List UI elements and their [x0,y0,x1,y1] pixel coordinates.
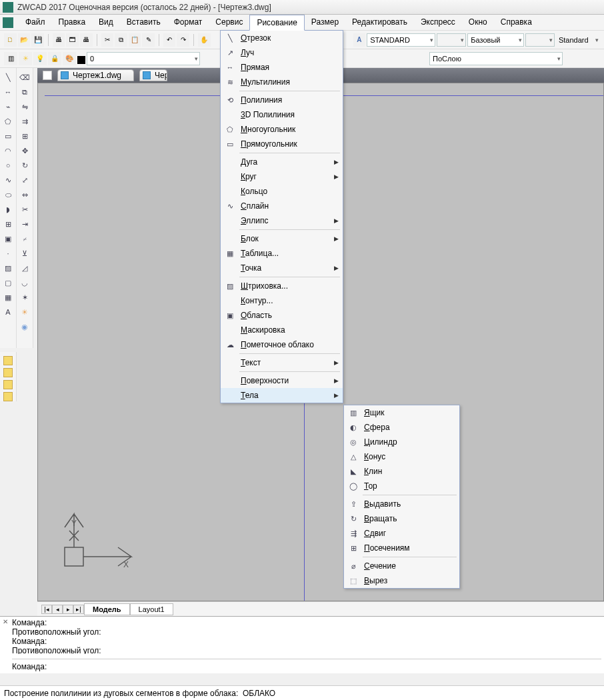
menu-экспресс[interactable]: Экспресс [414,15,462,31]
menu-item-вырез[interactable]: ⬚Вырез [344,573,459,588]
tab-nav-first[interactable]: |◂ [41,605,52,614]
tab-nav-prev[interactable]: ◂ [52,605,63,614]
layer-lock-icon[interactable]: 🔒 [48,52,61,65]
chamfer-icon[interactable]: ◿ [18,261,31,275]
block-icon[interactable]: ▣ [1,232,15,245]
menu-item-прямая[interactable]: ↔Прямая [221,60,343,75]
mirror-icon[interactable]: ⇋ [18,100,31,113]
scale-icon[interactable]: ⤢ [18,173,31,187]
tab-nav-next[interactable]: ▸ [63,605,73,614]
plot-publish-button[interactable]: 🖶 [80,33,93,47]
doc-tab-2[interactable]: Черт [139,69,167,81]
doc-tab-1[interactable]: Чертеж1.dwg [57,69,134,81]
tab-nav-last[interactable]: ▸| [73,605,84,614]
menu-вставить[interactable]: Вставить [120,15,167,31]
sun-icon[interactable]: ☀ [18,305,31,319]
point-icon[interactable]: · [1,247,15,260]
spline-icon[interactable]: ∿ [1,173,15,187]
pan-button[interactable]: ✋ [198,33,211,47]
menu-item-отрезок[interactable]: ╲Отрезок [221,31,343,45]
menu-item-текст[interactable]: Текст▶ [221,355,343,370]
menu-вид[interactable]: Вид [92,15,120,31]
layerstate-3-icon[interactable] [3,380,13,389]
menu-рисование[interactable]: Рисование [249,15,304,31]
menu-item-круг[interactable]: Круг▶ [221,169,343,184]
menu-item-посечениям[interactable]: ⊞Посечениям [344,541,459,555]
menu-сервис[interactable]: Сервис [209,15,249,31]
layer-mgr-button[interactable]: ▥ [4,52,17,65]
ellipse-arc-icon[interactable]: ◗ [1,203,15,216]
render-icon[interactable]: ◉ [18,320,31,333]
menu-item-вращать[interactable]: ↻Вращать [344,511,459,526]
menu-item-клин[interactable]: ◣Клин [344,464,459,479]
hatch-icon[interactable]: ▨ [1,261,15,275]
menu-item-сечение[interactable]: ⌀Сечение [344,559,459,573]
layer-color-swatch[interactable] [77,56,85,64]
explode-icon[interactable]: ✶ [18,291,31,304]
menu-item-сфера[interactable]: ◐Сфера [344,420,459,435]
menu-item-эллипс[interactable]: Эллипс▶ [221,213,343,228]
menu-item-луч[interactable]: ↗Луч [221,45,343,60]
menu-правка[interactable]: Правка [52,15,93,31]
mtext-icon[interactable]: A [1,305,15,319]
menu-справка[interactable]: Справка [494,15,539,31]
stretch-icon[interactable]: ⇔ [18,188,31,201]
table-icon[interactable]: ▦ [1,291,15,304]
rect-icon[interactable]: ▭ [1,129,15,143]
polygon-icon[interactable]: ⬠ [1,115,15,128]
menu-item-сдвиг[interactable]: ⇶Сдвиг [344,526,459,541]
line-icon[interactable]: ╲ [1,71,15,84]
save-button[interactable]: 💾 [31,33,44,47]
menu-item-ящик[interactable]: ▥Ящик [344,405,459,420]
menu-формат[interactable]: Формат [167,15,209,31]
menu-item-поверхности[interactable]: Поверхности▶ [221,373,343,388]
close-icon[interactable]: ✕ [3,618,8,625]
menu-item-блок[interactable]: Блок▶ [221,231,343,246]
join-icon[interactable]: ⊻ [18,247,31,260]
bylayer-color-dropdown[interactable]: ПоСлою [429,52,563,65]
layer-dropdown[interactable]: 0 [87,52,200,65]
menu-item-пометочное облако[interactable]: ☁Пометочное облако [221,337,343,352]
menu-item-штриховка[interactable]: ▨Штриховка... [221,279,343,293]
menu-файл[interactable]: Файл [19,15,52,31]
tab-model[interactable]: Модель [84,603,130,615]
menu-item-дуга[interactable]: Дуга▶ [221,155,343,169]
match-prop-button[interactable]: ✎ [142,33,155,47]
dim-style-dropdown[interactable]: Базовый [467,33,524,47]
layer-freeze-icon[interactable]: ☀ [19,52,32,65]
circle-icon[interactable]: ○ [1,159,15,172]
layerstate-4-icon[interactable] [3,392,13,401]
array-icon[interactable]: ⊞ [18,129,31,143]
menu-item-область[interactable]: ▣Область [221,308,343,323]
menu-item-маскировка[interactable]: Маскировка [221,323,343,337]
menu-размер[interactable]: Размер [305,15,345,31]
layer-on-icon[interactable]: 💡 [33,52,47,65]
extend-icon[interactable]: ⇥ [18,217,31,231]
new-button[interactable]: 🗋 [4,33,17,47]
menu-item-выдавить[interactable]: ⇪Выдавить [344,497,459,511]
menu-item-полилиния[interactable]: ⟲Полилиния [221,93,343,107]
table-style-slot-dropdown[interactable] [525,33,555,47]
rotate-icon[interactable]: ↻ [18,159,31,172]
command-prompt[interactable]: Команда: [12,659,601,671]
textstyle-icon[interactable]: A [353,33,366,47]
menu-item-тела[interactable]: Тела▶ [221,388,343,403]
dim-style-slot-dropdown[interactable] [437,33,466,47]
print-button[interactable]: 🖶 [53,33,65,47]
arc-icon[interactable]: ◠ [1,144,15,157]
text-style-dropdown[interactable]: STANDARD [367,33,435,47]
undo-button[interactable]: ↶ [163,33,176,47]
open-button[interactable]: 📂 [18,33,31,47]
menu-редактировать[interactable]: Редактировать [345,15,414,31]
offset-icon[interactable]: ⇉ [18,115,31,128]
menu-item-точка[interactable]: Точка▶ [221,261,343,275]
menu-item-3d полилиния[interactable]: 3D Полилиния [221,107,343,122]
tab-layout1[interactable]: Layout1 [130,603,173,615]
trim-icon[interactable]: ✂ [18,203,31,216]
copy-button[interactable]: ⧉ [115,33,127,47]
break-icon[interactable]: ⌿ [18,232,31,245]
copy-tool-icon[interactable]: ⧉ [18,85,31,99]
layerstate-2-icon[interactable] [3,368,13,377]
erase-icon[interactable]: ⌫ [18,71,31,84]
menu-item-тор[interactable]: ◯Тор [344,479,459,493]
